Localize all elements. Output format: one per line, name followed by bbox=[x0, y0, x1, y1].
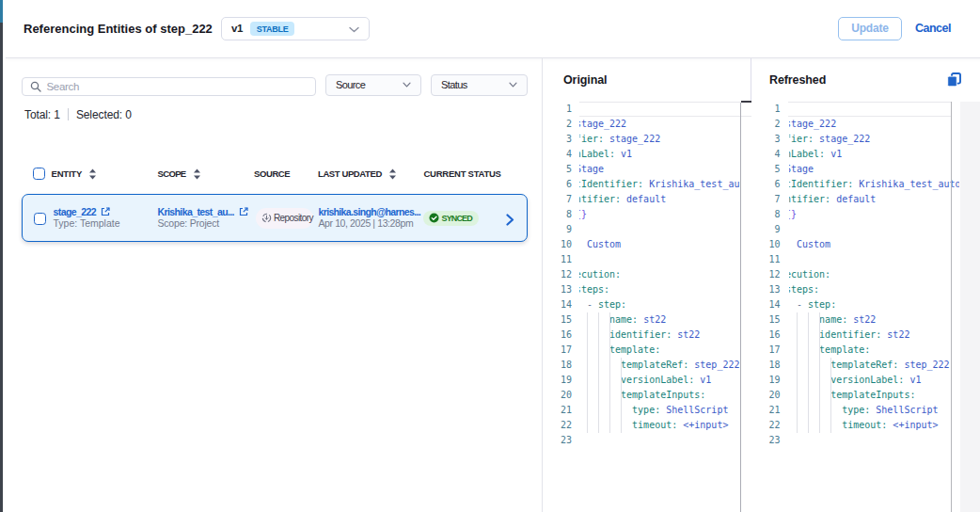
sort-icon[interactable] bbox=[388, 168, 397, 180]
code-line bbox=[789, 433, 960, 448]
code-line: - step: bbox=[579, 297, 740, 312]
code-line: name: stage_222 bbox=[579, 117, 740, 132]
status-label: SYNCED bbox=[442, 214, 472, 223]
refreshed-header-border bbox=[751, 58, 751, 102]
indent-guide bbox=[587, 312, 588, 433]
code-line: templateRef: step_222 bbox=[579, 358, 740, 373]
code-line: type: Stage bbox=[579, 162, 740, 177]
row-expand-chevron-icon[interactable] bbox=[506, 214, 514, 226]
line-numbers: 1234567891011121314151617181920212223 bbox=[540, 102, 572, 448]
code-line: template: bbox=[789, 343, 960, 358]
code-line: template: bbox=[579, 343, 740, 358]
code-line: name: stage_222 bbox=[789, 117, 960, 132]
totals-bar: Total: 1 Selected: 0 bbox=[24, 108, 132, 121]
chevron-down-icon bbox=[349, 26, 359, 33]
code-line: templateInputs: bbox=[789, 388, 960, 403]
external-link-icon bbox=[239, 207, 248, 216]
entity-link[interactable]: stage_222 bbox=[54, 206, 110, 217]
minimap[interactable] bbox=[960, 102, 980, 512]
column-label: CURRENT STATUS bbox=[424, 168, 501, 179]
column-header-last-updated[interactable]: LAST UPDATED bbox=[318, 168, 397, 180]
search-placeholder: Search bbox=[47, 81, 80, 92]
code-content[interactable]: name: stage_222 identifier: stage_222 ve… bbox=[789, 102, 960, 448]
code-line bbox=[789, 222, 960, 237]
copy-icon[interactable] bbox=[947, 72, 961, 87]
column-header-scope[interactable]: SCOPE bbox=[158, 168, 201, 180]
entity-type: Type: Template bbox=[54, 217, 120, 229]
page-title: Referencing Entities of step_222 bbox=[24, 22, 213, 36]
entity-name: stage_222 bbox=[54, 206, 96, 217]
code-line: timeout: <+input> bbox=[789, 418, 960, 433]
code-line: steps: bbox=[579, 282, 740, 297]
code-line: tags: {} bbox=[579, 207, 740, 222]
indent-guide bbox=[819, 312, 820, 433]
code-line: identifier: st22 bbox=[789, 328, 960, 343]
sort-icon[interactable] bbox=[193, 168, 201, 180]
total-count: Total: 1 bbox=[24, 108, 60, 121]
code-line bbox=[789, 252, 960, 267]
referencing-entities-dialog: Referencing Entities of step_222 v1 STAB… bbox=[3, 0, 980, 512]
header-divider bbox=[6, 57, 980, 58]
updated-by: krishika.singh@harnes... bbox=[319, 206, 420, 217]
code-line: projectIdentifier: Krishika_test_autocre… bbox=[789, 177, 960, 192]
code-line: type: Stage bbox=[789, 162, 960, 177]
code-line: tags: {} bbox=[789, 207, 960, 222]
source-filter-label: Source bbox=[336, 79, 365, 90]
sort-icon[interactable] bbox=[88, 168, 97, 180]
updated-by-link[interactable]: krishika.singh@harnes... bbox=[319, 206, 420, 217]
selected-count: Selected: 0 bbox=[76, 108, 132, 121]
scope-link[interactable]: Krishika_test_au... bbox=[158, 206, 248, 217]
code-line bbox=[579, 222, 740, 237]
code-line: projectIdentifier: Krishika_test_autocre… bbox=[579, 177, 740, 192]
scope-detail: Scope: Project bbox=[158, 217, 220, 229]
code-line: name: st22 bbox=[789, 312, 960, 328]
chevron-down-icon bbox=[509, 82, 517, 88]
chevron-down-icon bbox=[403, 82, 411, 88]
updated-at: Apr 10, 2025 | 13:28pm bbox=[319, 217, 414, 229]
refreshed-panel-title: Refreshed bbox=[769, 73, 826, 87]
code-line: identifier: st22 bbox=[579, 328, 740, 343]
column-header-current-status: CURRENT STATUS bbox=[424, 168, 501, 180]
diff-editors-divider bbox=[740, 103, 741, 512]
indent-guide bbox=[609, 312, 610, 433]
totals-separator bbox=[68, 108, 69, 120]
code-line: steps: bbox=[789, 282, 960, 297]
indent-guide bbox=[797, 312, 798, 433]
indent-guide bbox=[598, 312, 599, 433]
code-line bbox=[579, 433, 740, 448]
select-all-checkbox[interactable] bbox=[33, 168, 45, 180]
column-header-entity[interactable]: ENTITY bbox=[52, 168, 98, 180]
code-line: versionLabel: v1 bbox=[789, 147, 960, 162]
code-line: type: ShellScript bbox=[579, 403, 740, 418]
code-content[interactable]: name: stage_222 identifier: stage_222 ve… bbox=[579, 102, 740, 448]
column-label: ENTITY bbox=[52, 168, 83, 179]
search-input[interactable]: Search bbox=[22, 77, 317, 97]
column-label: SCOPE bbox=[158, 168, 186, 179]
code-line: Custom bbox=[579, 237, 740, 252]
code-line bbox=[579, 252, 740, 267]
code-line: - step: bbox=[789, 297, 960, 312]
version-select[interactable]: v1 STABLE bbox=[221, 17, 370, 40]
indent-guide bbox=[808, 312, 809, 433]
code-line: execution: bbox=[789, 267, 960, 282]
row-checkbox[interactable] bbox=[34, 213, 46, 225]
cancel-button[interactable]: Cancel bbox=[915, 22, 951, 35]
code-line: timeout: <+input> bbox=[579, 418, 740, 433]
source-badge: Repository bbox=[256, 208, 313, 229]
status-filter-select[interactable]: Status bbox=[431, 74, 528, 96]
code-line: versionLabel: v1 bbox=[579, 147, 740, 162]
check-circle-icon bbox=[429, 213, 439, 223]
code-line: templateRef: step_222 bbox=[789, 358, 960, 373]
code-line: versionLabel: v1 bbox=[579, 373, 740, 388]
code-line: identifier: stage_222 bbox=[789, 132, 960, 147]
source-filter-select[interactable]: Source bbox=[325, 74, 421, 96]
version-value: v1 bbox=[231, 23, 243, 34]
code-line: Custom bbox=[789, 237, 960, 252]
stable-badge: STABLE bbox=[250, 22, 295, 36]
code-line bbox=[579, 102, 740, 117]
search-icon bbox=[30, 81, 41, 92]
original-panel-title: Original bbox=[563, 73, 607, 87]
column-header-source: SOURCE bbox=[254, 168, 290, 180]
update-button[interactable]: Update bbox=[838, 17, 902, 40]
code-line: type: ShellScript bbox=[789, 403, 960, 418]
